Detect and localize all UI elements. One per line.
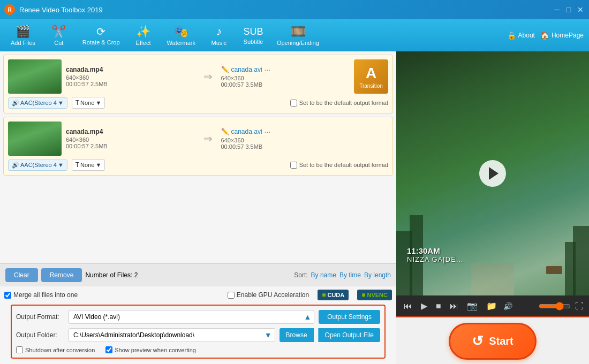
subtitle-value-2: None [80,162,94,168]
subtitle-select-1[interactable]: T None ▼ [72,97,105,109]
file-item-top-1: canada.mp4 640×360 00:00:57 2.5MB ⇒ ✏️ c… [8,59,388,94]
file-item-top-2: canada.mp4 640×360 00:00:57 2.5MB ⇒ ✏️ c… [8,122,388,156]
subtitle-value-1: None [80,100,94,106]
default-format-1: Set to be the default output format [290,100,388,107]
dots-menu-1[interactable]: ··· [265,65,271,74]
start-button[interactable]: ↺ Start [449,323,537,360]
merge-gpu-row: Merge all files into one Enable GPU Acce… [4,290,392,300]
thumbnail-1 [8,59,62,94]
maximize-button[interactable]: □ [564,5,573,14]
gpu-checkbox-label[interactable]: Enable GPU Acceleration [228,291,309,299]
output-format-input[interactable] [69,310,314,324]
output-format-input-wrap: ▲ [69,310,314,324]
audio-select-2[interactable]: 🔊 AAC(Stereo 4 ▼ [8,160,67,171]
toolbar-item-rotate-crop[interactable]: ⟳ Rotate & Crop [77,23,125,48]
play-triangle-icon [489,167,499,180]
close-button[interactable]: ✕ [576,5,585,14]
video-controls: ⏮ ▶ ■ ⏭ 📷 📁 🔊 ⛶ [396,295,589,316]
homepage-button[interactable]: 🏠 HomePage [540,31,584,40]
add-files-icon: 🎬 [16,25,30,39]
merge-checkbox-label[interactable]: Merge all files into one [4,291,78,299]
screenshot-button[interactable]: 📷 [465,300,480,312]
toolbar-item-opening-ending[interactable]: 🎞️ Opening/Ending [271,22,324,48]
volume-slider[interactable] [539,302,571,310]
subtitle-select-2[interactable]: T None ▼ [72,159,105,171]
file-item-bottom-2: 🔊 AAC(Stereo 4 ▼ T None ▼ Set to be the … [8,159,388,171]
nvenc-button[interactable]: ■ NVENC [357,290,392,300]
cuda-button[interactable]: ■ CUDA [318,290,349,300]
output-settings-button[interactable]: Output Settings [319,310,380,324]
gpu-label-text: Enable GPU Acceleration [237,291,309,299]
sort-by-name-link[interactable]: By name [311,271,336,279]
video-preview: 11:30AM NIZZA GA[DE... [396,51,589,295]
shutdown-label[interactable]: Shutdown after conversion [16,346,95,353]
shutdown-checkbox[interactable] [16,346,23,353]
volume-slider-wrap: 🔊 [503,302,534,310]
bottom-controls: Clear Remove Number of Files: 2 Sort: By… [0,263,396,286]
minimize-button[interactable]: ─ [553,5,561,14]
toolbar-item-add-files[interactable]: 🎬 Add Files [5,22,41,48]
toolbar-right: 🔒 About 🏠 HomePage [507,31,584,40]
toolbar-item-music[interactable]: ♪ Music [203,22,235,48]
default-format-checkbox-2[interactable] [290,162,297,169]
toolbar-label-music: Music [212,40,227,46]
app-title: Renee Video Toolbox 2019 [19,6,103,14]
folder-button[interactable]: 📁 [484,300,499,312]
show-preview-text: Show preview when converting [115,347,196,353]
toolbar: 🎬 Add Files ✂️ Cut ⟳ Rotate & Crop ✨ Eff… [0,19,589,51]
play-pause-button[interactable]: ▶ [419,300,429,312]
transition-button-1[interactable]: A Transition [354,59,388,94]
output-name-1: canada.avi [231,66,262,73]
sort-by-length-link[interactable]: By length [364,271,391,279]
output-folder-dropdown-arrow[interactable]: ▼ [265,331,272,339]
show-preview-checkbox[interactable] [105,346,112,353]
stop-button[interactable]: ■ [434,300,443,312]
toolbar-item-subtitle[interactable]: SUB Subtitle [237,24,269,47]
skip-forward-button[interactable]: ⏭ [448,300,460,312]
file-output-2: ✏️ canada.avi ··· 640×360 00:00:57 3.5MB [221,127,350,150]
left-panel: canada.mp4 640×360 00:00:57 2.5MB ⇒ ✏️ c… [0,51,396,364]
output-format-dropdown-arrow[interactable]: ▲ [304,313,311,321]
settings-area: Merge all files into one Enable GPU Acce… [0,286,396,364]
toolbar-item-watermark[interactable]: 🎭 Watermark [162,22,201,48]
title-bar-left: R Renee Video Toolbox 2019 [4,4,103,15]
output-name-2: canada.avi [231,128,262,135]
file-info-1: canada.mp4 640×360 00:00:57 2.5MB [66,66,195,87]
toolbar-item-effect[interactable]: ✨ Effect [127,22,160,48]
open-output-button[interactable]: Open Output File [318,328,380,342]
subtitle-dropdown-arrow-1: ▼ [95,100,101,106]
cuda-label: CUDA [327,292,344,298]
skip-back-button[interactable]: ⏮ [402,300,414,312]
toolbar-label-watermark: Watermark [167,40,195,46]
fullscreen-button[interactable]: ⛶ [575,301,584,311]
homepage-label: HomePage [552,32,584,39]
output-options-row: Shutdown after conversion Show preview w… [16,346,380,353]
home-icon: 🏠 [540,31,549,40]
output-folder-input[interactable] [69,328,275,342]
video-overlay-text: 11:30AM NIZZA GA[DE... [407,246,464,263]
audio-icon-2: 🔊 [12,162,19,169]
merge-checkbox[interactable] [4,292,11,299]
check-icon-1: ✏️ [221,66,229,73]
app-logo: R [4,4,15,15]
dots-menu-2[interactable]: ··· [265,127,271,136]
file-name-2: canada.mp4 [66,128,195,135]
show-preview-label[interactable]: Show preview when converting [105,346,196,353]
subtitle-text-icon-1: T [75,99,79,107]
gpu-checkbox[interactable] [228,292,235,299]
audio-select-1[interactable]: 🔊 AAC(Stereo 4 ▼ [8,97,67,109]
sort-by-time-link[interactable]: By time [339,271,361,279]
check-icon-2: ✏️ [221,128,229,135]
nvenc-label: NVENC [367,292,388,298]
file-item-bottom-1: 🔊 AAC(Stereo 4 ▼ T None ▼ Set to be the … [8,97,388,109]
toolbar-item-cut[interactable]: ✂️ Cut [43,22,75,48]
about-button[interactable]: 🔒 About [507,31,535,40]
toolbar-left: 🎬 Add Files ✂️ Cut ⟳ Rotate & Crop ✨ Eff… [5,22,324,48]
browse-button[interactable]: Browse [280,328,314,342]
clear-button[interactable]: Clear [5,268,38,282]
default-format-checkbox-1[interactable] [290,100,297,107]
remove-button[interactable]: Remove [41,268,82,282]
file-meta-1: 640×360 00:00:57 2.5MB [66,74,195,87]
rotate-crop-icon: ⟳ [96,25,105,38]
play-button[interactable] [479,160,506,187]
